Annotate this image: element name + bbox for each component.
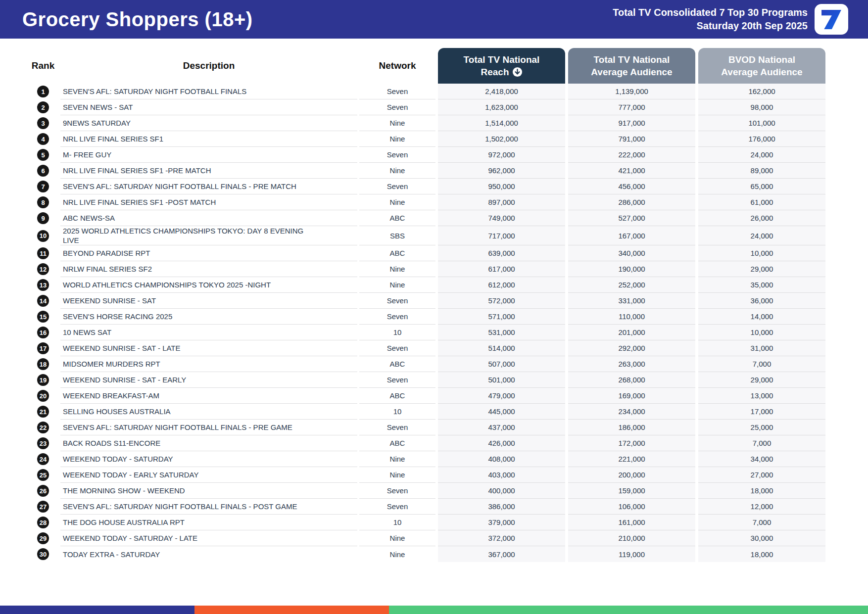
rank-badge: 9 bbox=[37, 212, 49, 224]
network-name: Nine bbox=[390, 550, 405, 559]
table-row: 12 NRLW FINAL SERIES SF2 Nine 617,000 19… bbox=[0, 261, 868, 277]
network-name: SBS bbox=[390, 232, 405, 240]
table-body: 1 SEVEN'S AFL: SATURDAY NIGHT FOOTBALL F… bbox=[0, 84, 868, 562]
program-description: WEEKEND TODAY - SATURDAY bbox=[63, 454, 173, 464]
table-header-row: Rank Description Network Total TV Nation… bbox=[0, 48, 868, 84]
network-name: Nine bbox=[390, 281, 405, 289]
table-row: 25 WEEKEND TODAY - EARLY SATURDAY Nine 4… bbox=[0, 467, 868, 483]
network-name: Nine bbox=[390, 471, 405, 479]
network-name: Seven bbox=[387, 376, 408, 384]
total-tv-average-audience-value: 186,000 bbox=[618, 423, 645, 431]
rank-badge: 2 bbox=[37, 101, 49, 113]
total-tv-national-reach-value: 972,000 bbox=[488, 150, 515, 159]
bvod-average-audience-value: 18,000 bbox=[751, 550, 773, 559]
network-name: Seven bbox=[387, 344, 408, 352]
avg-header-line2: Average Audience bbox=[591, 66, 672, 78]
column-header-rank: Rank bbox=[26, 60, 60, 71]
column-header-description: Description bbox=[60, 60, 357, 71]
network-name: ABC bbox=[390, 249, 405, 257]
total-tv-average-audience-value: 527,000 bbox=[618, 214, 645, 222]
column-header-bvod-average-audience[interactable]: BVOD National Average Audience bbox=[698, 48, 825, 84]
report-page: Grocery Shoppers (18+) Total TV Consolid… bbox=[0, 0, 868, 614]
bvod-average-audience-value: 61,000 bbox=[751, 198, 773, 206]
total-tv-average-audience-value: 286,000 bbox=[618, 198, 645, 206]
table-row: 24 WEEKEND TODAY - SATURDAY Nine 408,000… bbox=[0, 451, 868, 467]
rank-badge: 25 bbox=[37, 469, 49, 481]
column-header-total-tv-reach[interactable]: Total TV National Reach bbox=[438, 48, 565, 84]
total-tv-average-audience-value: 119,000 bbox=[619, 550, 645, 559]
rank-badge: 8 bbox=[37, 196, 49, 208]
network-name: ABC bbox=[390, 214, 405, 222]
total-tv-national-reach-value: 501,000 bbox=[488, 376, 515, 384]
bvod-average-audience-value: 17,000 bbox=[751, 407, 773, 416]
report-subtitle-line1: Total TV Consolidated 7 Top 30 Programs bbox=[613, 6, 808, 19]
program-description: WEEKEND TODAY - SATURDAY - LATE bbox=[63, 533, 197, 543]
sort-descending-icon[interactable] bbox=[512, 67, 523, 77]
network-name: Nine bbox=[390, 455, 405, 463]
total-tv-national-reach-value: 507,000 bbox=[488, 360, 515, 368]
report-date: Saturday 20th Sep 2025 bbox=[613, 19, 808, 33]
network-name: ABC bbox=[390, 391, 405, 400]
total-tv-national-reach-value: 571,000 bbox=[488, 312, 515, 321]
total-tv-average-audience-value: 167,000 bbox=[618, 232, 645, 240]
avg-header-line1: Total TV National bbox=[594, 53, 670, 66]
program-description: WEEKEND SUNRISE - SAT - EARLY bbox=[63, 375, 186, 384]
column-header-total-tv-average-audience[interactable]: Total TV National Average Audience bbox=[568, 48, 695, 84]
total-tv-average-audience-value: 210,000 bbox=[618, 534, 645, 542]
total-tv-national-reach-value: 403,000 bbox=[488, 471, 515, 479]
rank-badge: 13 bbox=[37, 279, 49, 291]
total-tv-national-reach-value: 639,000 bbox=[488, 249, 515, 257]
program-description: ABC NEWS-SA bbox=[63, 213, 115, 223]
table-row: 6 NRL LIVE FINAL SERIES SF1 -PRE MATCH N… bbox=[0, 163, 868, 179]
seven-network-logo bbox=[815, 4, 848, 35]
total-tv-national-reach-value: 426,000 bbox=[488, 439, 515, 447]
total-tv-average-audience-value: 110,000 bbox=[619, 312, 645, 321]
bvod-average-audience-value: 26,000 bbox=[751, 214, 773, 222]
bvod-average-audience-value: 27,000 bbox=[751, 471, 773, 479]
rank-badge: 3 bbox=[37, 117, 49, 129]
program-description: 2025 WORLD ATHLETICS CHAMPIONSHIPS TOKYO… bbox=[63, 226, 318, 245]
program-description: WEEKEND BREAKFAST-AM bbox=[63, 391, 159, 400]
program-description: WEEKEND SUNRISE - SAT bbox=[63, 296, 156, 305]
network-name: Seven bbox=[387, 312, 408, 321]
footer-blue-segment bbox=[0, 606, 194, 614]
rank-badge: 26 bbox=[37, 485, 49, 497]
network-name: Seven bbox=[387, 486, 408, 495]
bvod-average-audience-value: 7,000 bbox=[753, 360, 772, 368]
program-description: SEVEN'S HORSE RACING 2025 bbox=[63, 312, 172, 321]
table-row: 13 WORLD ATHLETICS CHAMPIONSHIPS TOKYO 2… bbox=[0, 277, 868, 293]
program-description: THE MORNING SHOW - WEEKEND bbox=[63, 486, 185, 495]
program-description: 9NEWS SATURDAY bbox=[63, 118, 131, 128]
program-description: SEVEN'S AFL: SATURDAY NIGHT FOOTBALL FIN… bbox=[63, 182, 296, 191]
network-name: Seven bbox=[387, 296, 408, 305]
rank-badge: 21 bbox=[37, 406, 49, 418]
footer-green-segment bbox=[389, 606, 868, 614]
rank-badge: 20 bbox=[37, 390, 49, 402]
total-tv-average-audience-value: 331,000 bbox=[618, 296, 645, 305]
table-row: 28 THE DOG HOUSE AUSTRALIA RPT 10 379,00… bbox=[0, 515, 868, 530]
bvod-average-audience-value: 24,000 bbox=[751, 232, 773, 240]
total-tv-national-reach-value: 479,000 bbox=[488, 391, 515, 400]
bvod-average-audience-value: 12,000 bbox=[751, 502, 773, 511]
total-tv-national-reach-value: 379,000 bbox=[488, 518, 515, 526]
network-name: Seven bbox=[387, 87, 408, 95]
program-description: THE DOG HOUSE AUSTRALIA RPT bbox=[63, 518, 185, 527]
table-row: 4 NRL LIVE FINAL SERIES SF1 Nine 1,502,0… bbox=[0, 131, 868, 147]
rank-badge: 6 bbox=[37, 165, 49, 177]
total-tv-average-audience-value: 340,000 bbox=[618, 249, 645, 257]
header-banner: Grocery Shoppers (18+) Total TV Consolid… bbox=[0, 0, 868, 39]
total-tv-national-reach-value: 531,000 bbox=[488, 328, 515, 336]
bvod-average-audience-value: 25,000 bbox=[751, 423, 773, 431]
network-name: Seven bbox=[387, 103, 408, 111]
network-name: Seven bbox=[387, 150, 408, 159]
bvod-average-audience-value: 89,000 bbox=[751, 166, 773, 175]
network-name: Seven bbox=[387, 423, 408, 431]
total-tv-national-reach-value: 408,000 bbox=[488, 455, 515, 463]
network-name: ABC bbox=[390, 439, 405, 447]
reach-header-line2: Reach bbox=[481, 66, 509, 78]
table-row: 15 SEVEN'S HORSE RACING 2025 Seven 571,0… bbox=[0, 309, 868, 325]
table-row: 3 9NEWS SATURDAY Nine 1,514,000 917,000 … bbox=[0, 115, 868, 131]
table-row: 17 WEEKEND SUNRISE - SAT - LATE Seven 51… bbox=[0, 340, 868, 356]
total-tv-national-reach-value: 2,418,000 bbox=[485, 87, 518, 95]
program-description: BEYOND PARADISE RPT bbox=[63, 248, 150, 258]
